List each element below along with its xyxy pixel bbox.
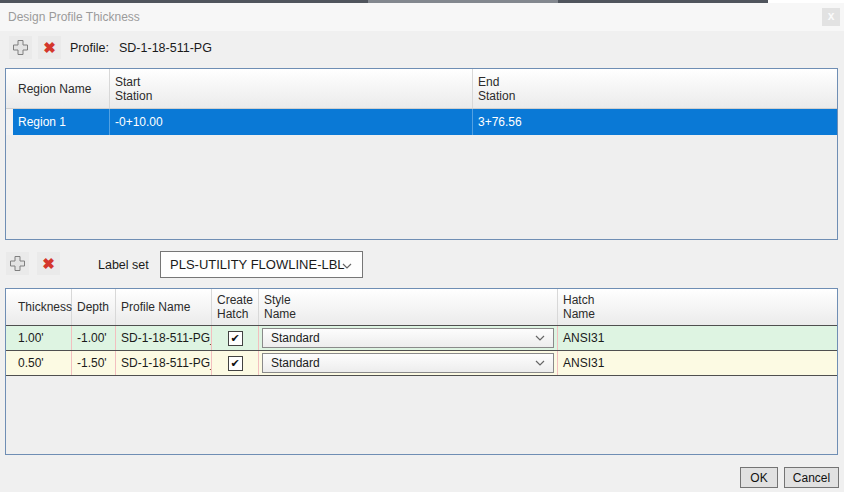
cell-style-name: Standard	[259, 351, 558, 375]
add-region-button[interactable]	[9, 36, 32, 59]
thickness-table-row-1[interactable]: 1.00' -1.00' SD-1-18-511-PG_ ✔ Standard …	[6, 325, 837, 350]
regions-table: Region Name Start Station End Station Re…	[5, 68, 838, 240]
title-bar: Design Profile Thickness x	[0, 3, 844, 31]
close-button[interactable]: x	[822, 8, 840, 26]
cancel-button[interactable]: Cancel	[784, 467, 839, 488]
chevron-down-icon	[342, 263, 352, 269]
dialog-title: Design Profile Thickness	[8, 10, 140, 24]
delete-x-icon: ✖	[43, 40, 56, 55]
column-header-end-station[interactable]: End Station	[473, 69, 837, 108]
check-icon: ✔	[230, 358, 239, 369]
row-header-gutter	[6, 109, 13, 135]
column-header-thickness[interactable]: Thickness	[13, 289, 72, 325]
cell-depth[interactable]: -1.50'	[72, 351, 116, 375]
close-icon: x	[828, 9, 835, 23]
thickness-table: Thickness Depth Profile Name Create Hatc…	[5, 288, 838, 455]
cell-hatch-name[interactable]: ANSI31	[558, 326, 837, 350]
column-header-style-name[interactable]: Style Name	[259, 289, 558, 325]
cell-style-name: Standard	[259, 326, 558, 350]
thickness-table-header: Thickness Depth Profile Name Create Hatc…	[6, 289, 837, 325]
cell-thickness[interactable]: 1.00'	[13, 326, 72, 350]
column-header-depth[interactable]: Depth	[72, 289, 116, 325]
cell-end-station[interactable]: 3+76.56	[473, 109, 837, 135]
column-header-hatch-name[interactable]: Hatch Name	[558, 289, 837, 325]
style-name-dropdown[interactable]: Standard	[262, 328, 554, 348]
cell-hatch-name[interactable]: ANSI31	[558, 351, 837, 375]
profile-value: SD-1-18-511-PG	[119, 41, 212, 55]
row-header-gutter	[6, 289, 13, 325]
delete-thickness-row-button[interactable]: ✖	[37, 252, 60, 275]
row-header-gutter	[6, 69, 13, 108]
label-set-dropdown[interactable]: PLS-UTILITY FLOWLINE-LBL	[160, 251, 363, 278]
table-row-region-1-selected[interactable]: Region 1 -0+10.00 3+76.56	[6, 109, 837, 135]
regions-table-header: Region Name Start Station End Station	[6, 69, 837, 109]
row-header-gutter	[6, 326, 13, 350]
create-hatch-checkbox[interactable]: ✔	[228, 331, 243, 346]
cell-region-name[interactable]: Region 1	[13, 109, 110, 135]
ok-button[interactable]: OK	[740, 467, 778, 488]
plus-icon	[9, 255, 26, 272]
cell-create-hatch: ✔	[212, 351, 259, 375]
column-header-create-hatch[interactable]: Create Hatch	[212, 289, 259, 325]
thickness-table-row-2[interactable]: 0.50' -1.50' SD-1-18-511-PG_ ✔ Standard …	[6, 350, 837, 376]
cell-thickness[interactable]: 0.50'	[13, 351, 72, 375]
cell-create-hatch: ✔	[212, 326, 259, 350]
check-icon: ✔	[230, 333, 239, 344]
design-profile-thickness-dialog: Design Profile Thickness x ✖ Profile: SD…	[0, 0, 844, 492]
add-thickness-row-button[interactable]	[6, 252, 29, 275]
label-set-label: Label set	[98, 258, 149, 272]
label-set-value: PLS-UTILITY FLOWLINE-LBL	[170, 257, 345, 272]
cell-profile-name[interactable]: SD-1-18-511-PG_	[116, 351, 212, 375]
profile-label: Profile:	[70, 41, 109, 55]
cell-depth[interactable]: -1.00'	[72, 326, 116, 350]
plus-icon	[12, 39, 29, 56]
chevron-down-icon	[535, 335, 545, 341]
create-hatch-checkbox[interactable]: ✔	[228, 356, 243, 371]
row-header-gutter	[6, 351, 13, 375]
delete-x-icon: ✖	[42, 256, 55, 271]
cell-start-station[interactable]: -0+10.00	[110, 109, 473, 135]
column-header-profile-name[interactable]: Profile Name	[116, 289, 212, 325]
column-header-region-name[interactable]: Region Name	[13, 69, 110, 108]
style-name-dropdown[interactable]: Standard	[262, 353, 554, 373]
column-header-start-station[interactable]: Start Station	[110, 69, 473, 108]
chevron-down-icon	[535, 360, 545, 366]
cell-profile-name[interactable]: SD-1-18-511-PG_	[116, 326, 212, 350]
delete-region-button[interactable]: ✖	[38, 36, 61, 59]
